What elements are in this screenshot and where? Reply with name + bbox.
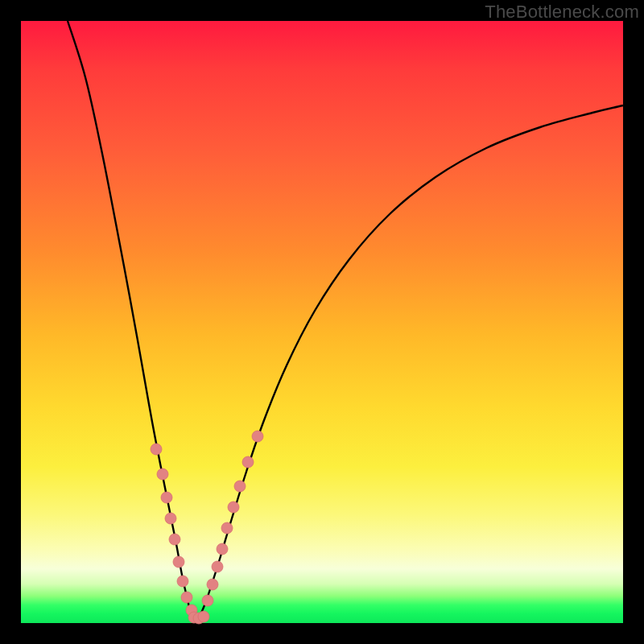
data-marker xyxy=(173,556,184,568)
data-marker xyxy=(212,561,223,572)
chart-frame xyxy=(21,21,623,623)
data-marker xyxy=(198,611,209,622)
watermark-text: TheBottleneck.com xyxy=(485,2,639,23)
data-marker xyxy=(181,592,192,603)
data-marker xyxy=(217,543,228,555)
data-marker xyxy=(228,502,239,513)
data-marker xyxy=(157,469,168,480)
chart-svg xyxy=(21,21,623,623)
data-marker xyxy=(234,481,246,492)
data-marker xyxy=(177,576,188,587)
data-marker xyxy=(202,595,213,606)
data-marker xyxy=(161,492,172,503)
data-marker xyxy=(207,579,218,590)
curve-right-branch xyxy=(195,105,623,621)
data-marker xyxy=(169,534,180,545)
data-marker xyxy=(165,513,176,524)
data-marker xyxy=(151,444,162,455)
data-marker xyxy=(252,431,263,442)
data-marker xyxy=(221,522,233,534)
data-marker xyxy=(242,456,254,468)
curve-left-branch xyxy=(68,21,195,621)
markers-bottom-group xyxy=(188,611,209,624)
